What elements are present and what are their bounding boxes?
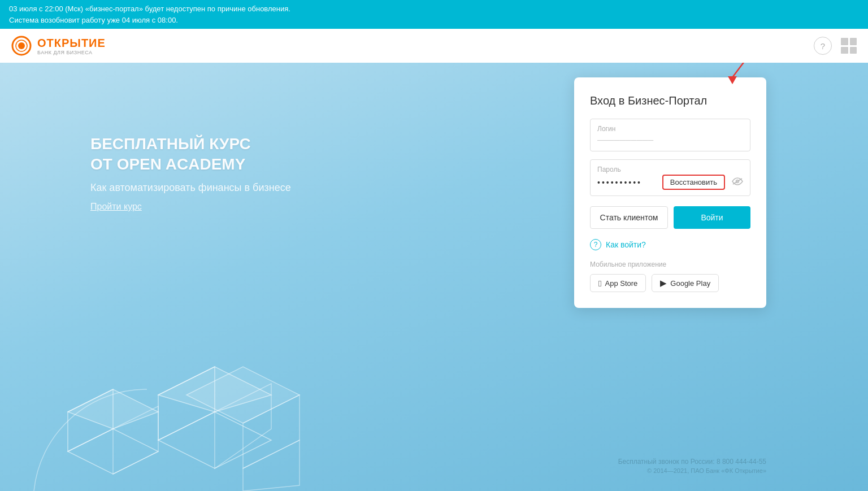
grid-dot — [850, 47, 857, 54]
footer-copyright: © 2014—2021, ПАО Банк «ФК Открытие» — [618, 467, 766, 474]
header: открытие Банк для бизнеса ? — [0, 29, 868, 63]
login-field-group: Логин — [590, 119, 750, 151]
password-dots: •••••••••• — [597, 178, 642, 187]
google-play-button[interactable]: ▶ Google Play — [652, 274, 719, 292]
login-card: Вход в Бизнес-Портал Логин Пароль ••••••… — [574, 77, 766, 308]
course-subheading: Как автоматизировать финансы в бизнесе — [90, 181, 291, 195]
svg-marker-11 — [243, 440, 300, 491]
footer-info: Бесплатный звонок по России: 8 800 444-4… — [618, 458, 766, 474]
apple-icon:  — [598, 279, 601, 288]
grid-dot — [850, 38, 857, 45]
password-row: •••••••••• Восстановить — [597, 175, 743, 190]
restore-button[interactable]: Восстановить — [662, 175, 725, 190]
svg-point-1 — [18, 42, 25, 49]
notification-bar: 03 июля с 22:00 (Мск) «бизнес-портал» бу… — [0, 0, 868, 29]
left-content: БЕСПЛАТНЫЙ КУРС ОТ OPEN ACADEMY Как авто… — [90, 134, 291, 212]
mobile-section-label: Мобильное приложение — [590, 260, 750, 268]
help-icon-button[interactable]: ? — [814, 37, 832, 55]
logo-area: открытие Банк для бизнеса — [11, 36, 106, 56]
grid-dot — [841, 47, 848, 54]
store-buttons:  App Store ▶ Google Play — [590, 274, 750, 292]
login-label: Логин — [597, 125, 743, 133]
how-to-login-icon: ? — [590, 239, 601, 250]
how-to-login[interactable]: ? Как войти? — [590, 239, 750, 250]
logo-name: открытие — [37, 37, 106, 50]
login-input[interactable] — [597, 136, 743, 145]
become-client-button[interactable]: Стать клиентом — [590, 206, 668, 229]
course-link[interactable]: Пройти курс — [90, 202, 142, 212]
course-heading: БЕСПЛАТНЫЙ КУРС ОТ OPEN ACADEMY — [90, 134, 291, 175]
play-icon: ▶ — [660, 278, 667, 288]
app-store-button[interactable]:  App Store — [590, 274, 646, 292]
notification-line1: 03 июля с 22:00 (Мск) «бизнес-портал» бу… — [9, 3, 859, 15]
header-right: ? — [814, 37, 857, 55]
main-background: БЕСПЛАТНЫЙ КУРС ОТ OPEN ACADEMY Как авто… — [0, 55, 868, 491]
svg-marker-15 — [728, 76, 737, 84]
logo-subtitle: Банк для бизнеса — [37, 50, 106, 55]
background-shapes — [0, 276, 328, 491]
login-title: Вход в Бизнес-Портал — [590, 94, 750, 107]
footer-phone: Бесплатный звонок по России: 8 800 444-4… — [618, 458, 766, 466]
login-button[interactable]: Войти — [674, 206, 750, 229]
password-field-group: Пароль •••••••••• Восстановить — [590, 159, 750, 196]
how-to-login-text: Как войти? — [606, 240, 646, 249]
logo-text-area: открытие Банк для бизнеса — [37, 37, 106, 55]
password-group: Пароль •••••••••• Восстановить — [590, 159, 750, 196]
logo-icon — [11, 36, 32, 56]
google-play-label: Google Play — [670, 279, 710, 288]
notification-line2: Система возобновит работу уже 04 июля с … — [9, 15, 859, 26]
mobile-section: Мобильное приложение  App Store ▶ Googl… — [590, 260, 750, 292]
eye-icon[interactable] — [732, 177, 743, 188]
svg-marker-6 — [68, 389, 158, 429]
password-label: Пароль — [597, 166, 743, 173]
grid-dot — [841, 38, 848, 45]
grid-icon-button[interactable] — [841, 38, 857, 54]
button-row: Стать клиентом Войти — [590, 206, 750, 229]
app-store-label: App Store — [605, 279, 637, 288]
